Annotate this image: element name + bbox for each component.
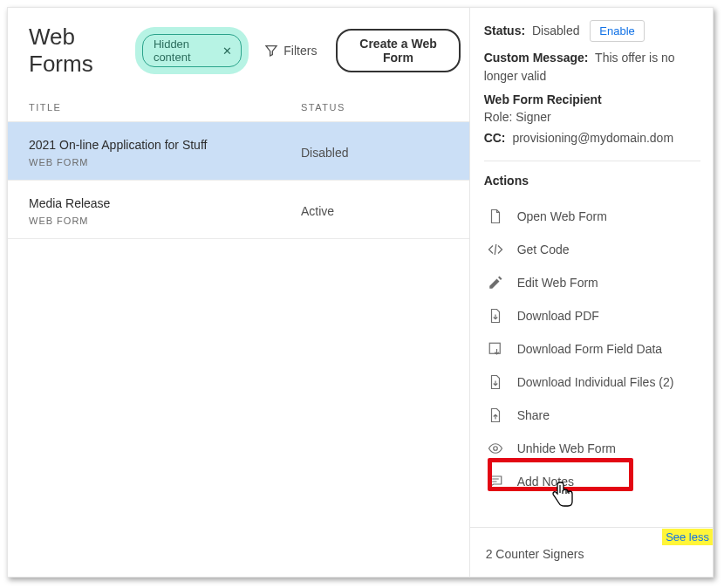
left-pane: Web Forms Hidden content ✕ Filters Creat… — [8, 8, 469, 577]
action-share[interactable]: Share — [484, 399, 700, 432]
create-web-form-button[interactable]: Create a Web Form — [336, 29, 460, 72]
action-download-pdf[interactable]: Download PDF — [484, 299, 700, 332]
action-download-individual[interactable]: Download Individual Files (2) — [484, 366, 700, 399]
filter-chip-hidden[interactable]: Hidden content ✕ — [142, 34, 242, 67]
action-label: Get Code — [517, 243, 570, 256]
action-label: Unhide Web Form — [517, 441, 616, 455]
details-pane: Status: Disabled Enable Custom Message: … — [469, 8, 713, 577]
funnel-icon — [264, 44, 278, 58]
share-icon — [488, 407, 503, 423]
code-icon — [488, 242, 503, 257]
eye-icon — [488, 441, 503, 456]
action-label: Share — [517, 408, 550, 422]
recipient-heading: Web Form Recipient — [484, 92, 700, 106]
pencil-icon — [488, 275, 503, 291]
cc-label: CC: — [484, 131, 506, 145]
action-unhide-web-form[interactable]: Unhide Web Form — [484, 432, 700, 465]
action-label: Download Form Field Data — [517, 342, 663, 356]
status-label: Status: — [484, 24, 525, 38]
status-line: Status: Disabled Enable — [484, 20, 700, 42]
role-label: Role: — [484, 110, 513, 124]
cc-value: provisioning@mydomain.dom — [512, 131, 673, 145]
role-line: Role: Signer — [484, 110, 700, 124]
document-icon — [488, 209, 503, 224]
action-label: Open Web Form — [517, 209, 607, 223]
counter-signers-label: 2 Counter Signers — [486, 547, 584, 561]
row-subtype: WEB FORM — [29, 157, 301, 168]
custom-message-line: Custom Message: This offer is no longer … — [484, 49, 700, 85]
action-edit-web-form[interactable]: Edit Web Form — [484, 266, 700, 299]
filters-label: Filters — [283, 44, 317, 58]
download-data-icon — [488, 341, 503, 357]
action-add-notes[interactable]: Add Notes — [484, 465, 700, 498]
row-title: 2021 On-line Application for Stuff — [29, 138, 301, 152]
action-label: Download Individual Files (2) — [517, 375, 674, 389]
row-status: Disabled — [301, 146, 348, 160]
download-files-icon — [488, 374, 503, 390]
note-icon — [488, 474, 503, 489]
cc-line: CC: provisioning@mydomain.dom — [484, 131, 700, 145]
table-row[interactable]: 2021 On-line Application for Stuff WEB F… — [8, 122, 469, 181]
page-title: Web Forms — [29, 24, 130, 78]
actions-heading: Actions — [484, 174, 700, 188]
action-get-code[interactable]: Get Code — [484, 233, 700, 266]
filter-chip-label: Hidden content — [154, 38, 217, 64]
role-value: Signer — [516, 110, 550, 124]
status-value: Disabled — [532, 24, 579, 38]
action-label: Add Notes — [517, 475, 574, 489]
header-row: Web Forms Hidden content ✕ Filters Creat… — [8, 8, 469, 93]
table-row[interactable]: Media Release WEB FORM Active — [8, 181, 469, 239]
filters-button[interactable]: Filters — [257, 38, 324, 63]
close-icon[interactable]: ✕ — [222, 45, 232, 57]
row-title: Media Release — [29, 196, 301, 210]
svg-point-1 — [493, 447, 497, 451]
col-header-title: TITLE — [29, 102, 301, 113]
action-download-form-data[interactable]: Download Form Field Data — [484, 332, 700, 366]
col-header-status: STATUS — [301, 102, 469, 113]
action-open-web-form[interactable]: Open Web Form — [484, 200, 700, 233]
action-label: Edit Web Form — [517, 276, 598, 290]
custom-message-label: Custom Message: — [484, 51, 589, 65]
column-headers: TITLE STATUS — [8, 93, 469, 122]
action-label: Download PDF — [517, 309, 599, 323]
divider — [484, 161, 700, 161]
download-pdf-icon — [488, 308, 503, 324]
row-subtype: WEB FORM — [29, 215, 301, 226]
enable-button[interactable]: Enable — [590, 20, 644, 42]
counter-signers[interactable]: 2 Counter Signers — [470, 527, 713, 577]
row-status: Active — [301, 204, 334, 218]
